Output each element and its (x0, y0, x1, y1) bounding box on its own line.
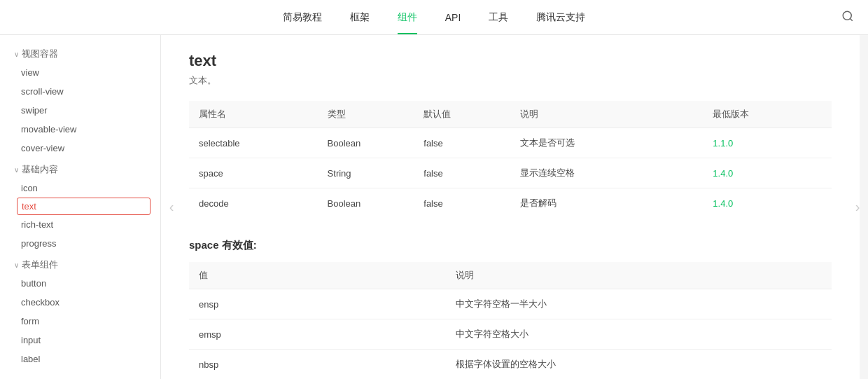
th-version: 最低版本 (703, 101, 832, 128)
prev-nav-arrow[interactable]: ‹ (161, 190, 182, 225)
svg-point-0 (843, 11, 851, 20)
th-valdesc: 说明 (446, 262, 832, 289)
th-val: 值 (189, 262, 446, 289)
svg-line-1 (850, 18, 852, 20)
desc-space: 显示连续空格 (510, 158, 703, 188)
table-row: nbsp 根据字体设置的空格大小 (189, 350, 832, 380)
nav-item-components[interactable]: 组件 (398, 1, 417, 34)
page-subtitle: 文本。 (189, 74, 832, 87)
sidebar-item-text[interactable]: text (17, 198, 150, 215)
group-title-basic: 基础内容 (22, 163, 58, 176)
desc-decode: 是否解码 (510, 188, 703, 219)
sidebar-item-scroll-view[interactable]: scroll-view (0, 82, 160, 101)
val-emsp: emsp (189, 319, 446, 350)
top-nav: 简易教程 框架 组件 API 工具 腾讯云支持 (0, 0, 868, 35)
page-title: text (189, 52, 832, 70)
nav-item-framework[interactable]: 框架 (350, 1, 370, 34)
th-default: 默认值 (414, 101, 510, 128)
sidebar-item-checkbox[interactable]: checkbox (0, 293, 160, 312)
type-space: String (318, 158, 414, 188)
attributes-table: 属性名 类型 默认值 说明 最低版本 selectable Boolean fa… (189, 101, 832, 218)
desc-nbsp: 根据字体设置的空格大小 (446, 350, 832, 380)
desc-ensp: 中文字符空格一半大小 (446, 289, 832, 319)
default-selectable: false (414, 128, 510, 158)
version-space[interactable]: 1.4.0 (703, 158, 832, 188)
sidebar-item-input[interactable]: input (0, 331, 160, 350)
attr-decode: decode (189, 188, 318, 219)
next-nav-arrow[interactable]: › (847, 190, 868, 225)
version-selectable[interactable]: 1.1.0 (703, 128, 832, 158)
group-arrow-icon-2: ∨ (14, 166, 19, 174)
type-selectable: Boolean (318, 128, 414, 158)
nav-item-cloud[interactable]: 腾讯云支持 (536, 1, 585, 34)
group-title-view: 视图容器 (22, 48, 58, 60)
sidebar-item-form[interactable]: form (0, 312, 160, 331)
group-arrow-icon-3: ∨ (14, 261, 19, 269)
version-decode[interactable]: 1.4.0 (703, 188, 832, 219)
sidebar-item-icon[interactable]: icon (0, 179, 160, 198)
sidebar-group-basic-content[interactable]: ∨ 基础内容 (0, 158, 160, 179)
val-nbsp: nbsp (189, 350, 446, 380)
val-ensp: ensp (189, 289, 446, 319)
default-space: false (414, 158, 510, 188)
sidebar-item-movable-view[interactable]: movable-view (0, 120, 160, 139)
nav-items: 简易教程 框架 组件 API 工具 腾讯云支持 (283, 1, 586, 34)
space-table: 值 说明 ensp 中文字符空格一半大小 emsp 中文字符空格大小 nbsp (189, 262, 832, 379)
table-row: selectable Boolean false 文本是否可选 1.1.0 (189, 128, 832, 158)
th-desc: 说明 (510, 101, 703, 128)
th-type: 类型 (318, 101, 414, 128)
nav-item-tools[interactable]: 工具 (489, 1, 508, 34)
sidebar-item-progress[interactable]: progress (0, 234, 160, 253)
sidebar-item-swiper[interactable]: swiper (0, 101, 160, 120)
sidebar-group-view-container[interactable]: ∨ 视图容器 (0, 42, 160, 63)
sidebar-group-form[interactable]: ∨ 表单组件 (0, 253, 160, 274)
space-section-title: space 有效值: (189, 239, 832, 252)
sidebar-item-cover-view[interactable]: cover-view (0, 139, 160, 158)
main-layout: ∨ 视图容器 view scroll-view swiper movable-v… (0, 35, 868, 379)
default-decode: false (414, 188, 510, 219)
sidebar-item-rich-text[interactable]: rich-text (0, 215, 160, 234)
content-wrapper: ‹ text 文本。 属性名 类型 默认值 说明 最低版本 (161, 35, 868, 379)
table-row: decode Boolean false 是否解码 1.4.0 (189, 188, 832, 219)
sidebar: ∨ 视图容器 view scroll-view swiper movable-v… (0, 35, 161, 379)
nav-item-api[interactable]: API (445, 2, 461, 33)
table-row: space String false 显示连续空格 1.4.0 (189, 158, 832, 188)
table-row: ensp 中文字符空格一半大小 (189, 289, 832, 319)
type-decode: Boolean (318, 188, 414, 219)
sidebar-item-view[interactable]: view (0, 63, 160, 82)
table-row: emsp 中文字符空格大小 (189, 319, 832, 350)
desc-selectable: 文本是否可选 (510, 128, 703, 158)
nav-item-tutorial[interactable]: 简易教程 (283, 1, 322, 34)
sidebar-item-label[interactable]: label (0, 350, 160, 368)
group-arrow-icon: ∨ (14, 50, 19, 58)
group-title-form: 表单组件 (22, 259, 58, 271)
sidebar-item-button[interactable]: button (0, 274, 160, 293)
search-icon[interactable] (841, 10, 854, 25)
attr-space: space (189, 158, 318, 188)
th-attr: 属性名 (189, 101, 318, 128)
attr-selectable: selectable (189, 128, 318, 158)
desc-emsp: 中文字符空格大小 (446, 319, 832, 350)
main-content: text 文本。 属性名 类型 默认值 说明 最低版本 selectable (161, 35, 860, 379)
